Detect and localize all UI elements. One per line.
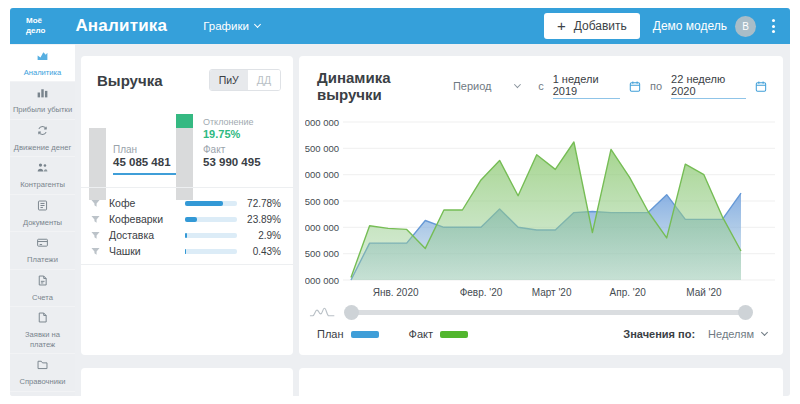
sidebar-item-label: Заявки на платеж xyxy=(12,330,73,349)
filter-funnel-icon[interactable] xyxy=(91,215,100,224)
from-date-field[interactable]: 1 недели 2019 xyxy=(553,73,620,99)
sidebar-item-accounting[interactable]: Бухгалтерия xyxy=(10,392,75,396)
page-title: Аналитика xyxy=(75,16,167,36)
moe-delo-logo[interactable]: Моё дело xyxy=(26,16,45,35)
directories-icon xyxy=(36,357,49,375)
plus-icon: + xyxy=(557,21,566,31)
legend-item-план[interactable]: План xyxy=(317,328,379,340)
to-label: по xyxy=(650,80,662,92)
sidebar-item-label: Движение денег xyxy=(14,143,71,152)
svg-text:Апр. '20: Апр. '20 xyxy=(610,287,647,298)
legend-swatch xyxy=(351,331,379,338)
category-bar xyxy=(185,217,237,222)
category-percent: 72.78% xyxy=(237,198,281,209)
values-by-dropdown[interactable]: Неделям xyxy=(708,328,767,340)
sidebar-item-label: Контрагенты xyxy=(20,180,65,189)
section-selector[interactable]: Графики xyxy=(203,20,260,32)
svg-text:2 500 000: 2 500 000 xyxy=(305,196,339,207)
dynamics-card-title: Динамика выручки xyxy=(317,69,453,103)
range-slider xyxy=(299,302,783,322)
section-selector-label: Графики xyxy=(203,20,249,32)
topbar: Моё дело Аналитика Графики + Добавить Де… xyxy=(10,8,790,44)
sidebar-item-contractors[interactable]: Контрагенты xyxy=(10,157,75,193)
chart-legend: ПланФакт Значения по: Неделям xyxy=(317,328,767,340)
sidebar-item-directories[interactable]: Справочники xyxy=(10,354,75,390)
filter-funnel-icon[interactable] xyxy=(91,247,100,256)
contractors-icon xyxy=(36,160,49,178)
fact-value: 53 990 495 xyxy=(203,156,261,168)
kebab-menu-icon[interactable] xyxy=(769,16,778,36)
piu-dd-toggle: ПиУДД xyxy=(209,69,281,91)
sidebar-nav: АналитикаПрибыли убыткиДвижение денегКон… xyxy=(10,44,75,396)
sidebar-item-label: Аналитика xyxy=(24,68,62,77)
plan-bar xyxy=(89,128,106,200)
calendar-icon[interactable] xyxy=(755,80,767,93)
logo-line1: Моё xyxy=(26,16,45,26)
sidebar-item-invoices[interactable]: Счета xyxy=(10,270,75,306)
category-row[interactable]: Доставка2.9% xyxy=(81,227,293,243)
category-percent: 0.43% xyxy=(237,246,281,257)
sidebar-item-label: Справочники xyxy=(19,377,65,386)
sidebar-item-money-flow[interactable]: Движение денег xyxy=(10,120,75,156)
category-label: Кофеварки xyxy=(109,213,185,225)
next-card-left xyxy=(81,368,293,396)
toggle-option-пиу[interactable]: ПиУ xyxy=(210,70,248,90)
sidebar-item-profit-loss[interactable]: Прибыли убытки xyxy=(10,82,75,118)
filter-funnel-icon[interactable] xyxy=(91,199,100,208)
category-row[interactable]: Кофе72.78% xyxy=(81,195,293,211)
add-button-label: Добавить xyxy=(574,19,627,33)
values-by-label: Значения по: xyxy=(623,328,695,340)
plan-label: План xyxy=(113,144,137,155)
sidebar-item-documents[interactable]: Документы xyxy=(10,195,75,231)
profit-loss-icon xyxy=(36,85,49,103)
sidebar-item-label: Счета xyxy=(32,293,53,302)
account-name: Демо модель xyxy=(653,19,727,33)
sidebar-item-label: Прибыли убытки xyxy=(13,105,72,114)
category-row[interactable]: Кофеварки23.89% xyxy=(81,211,293,227)
money-flow-icon xyxy=(36,123,49,141)
legend-item-факт[interactable]: Факт xyxy=(409,328,468,340)
main-content: Выручка ПиУДД Отклонение 19.75% План 45 … xyxy=(75,44,790,396)
next-card-right xyxy=(299,368,783,396)
slider-handle-right[interactable] xyxy=(738,305,753,320)
svg-text:3 000 000: 3 000 000 xyxy=(305,169,339,180)
svg-text:3 500 000: 3 500 000 xyxy=(305,143,339,154)
account-menu[interactable]: Демо модель В xyxy=(653,16,756,37)
deviation-value: 19.75% xyxy=(203,128,240,140)
svg-text:Март '20: Март '20 xyxy=(532,287,572,298)
category-list: Кофе72.78%Кофеварки23.89%Доставка2.9%Чаш… xyxy=(81,195,293,259)
documents-icon xyxy=(36,198,49,216)
period-dropdown[interactable]: Период xyxy=(453,80,492,92)
add-button[interactable]: + Добавить xyxy=(544,13,640,39)
category-percent: 23.89% xyxy=(237,214,281,225)
category-label: Чашки xyxy=(109,245,185,257)
from-label: с xyxy=(538,80,544,92)
values-by-value: Неделям xyxy=(708,328,754,340)
toggle-option-дд[interactable]: ДД xyxy=(248,70,280,90)
to-date-field[interactable]: 22 неделю 2020 xyxy=(671,73,746,99)
logo-line2: дело xyxy=(26,26,45,36)
fact-label: Факт xyxy=(203,144,225,155)
chevron-down-icon[interactable] xyxy=(513,81,520,88)
category-label: Кофе xyxy=(109,197,185,209)
chevron-down-icon xyxy=(761,329,768,336)
slider-track[interactable] xyxy=(351,310,746,315)
slider-handle-left[interactable] xyxy=(344,305,359,320)
payment-request-icon xyxy=(36,310,49,328)
category-row[interactable]: Чашки0.43% xyxy=(81,243,293,259)
svg-text:1 500 000: 1 500 000 xyxy=(305,248,339,259)
sidebar-item-payments[interactable]: Платежи xyxy=(10,232,75,268)
sidebar-item-payment-request[interactable]: Заявки на платеж xyxy=(10,307,75,353)
filter-funnel-icon[interactable] xyxy=(91,231,100,240)
sidebar-item-label: Документы xyxy=(23,218,62,227)
sidebar-item-analytics[interactable]: Аналитика xyxy=(10,45,75,81)
category-bar xyxy=(185,249,237,254)
legend-label: Факт xyxy=(409,328,433,340)
invoices-icon xyxy=(36,273,49,291)
calendar-icon[interactable] xyxy=(629,80,641,93)
svg-text:Янв. 2020: Янв. 2020 xyxy=(373,287,419,298)
legend-swatch xyxy=(440,331,468,338)
category-bar xyxy=(185,233,237,238)
dynamics-chart: 4 000 0003 500 0003 000 0002 500 0002 00… xyxy=(305,108,781,308)
revenue-card-title: Выручка xyxy=(97,72,163,89)
